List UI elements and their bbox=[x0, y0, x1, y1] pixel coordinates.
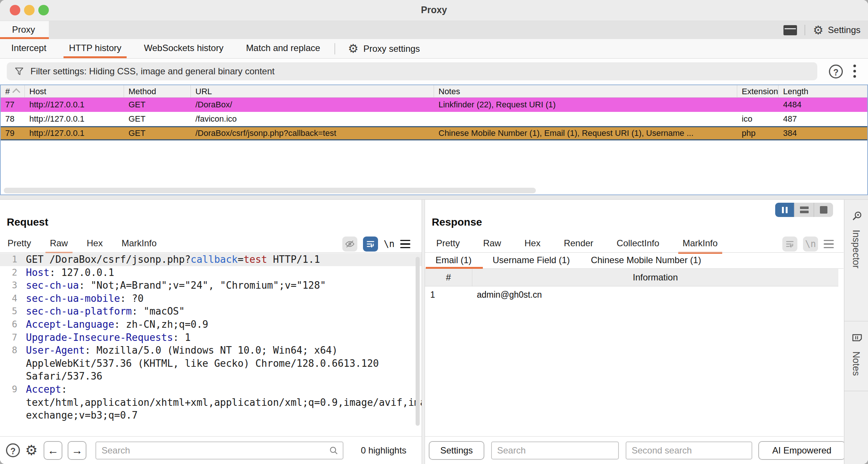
divider bbox=[0, 252, 422, 253]
line-content: sec-ch-ua: "Not;A=Brand";v="24", "Chromi… bbox=[23, 279, 422, 292]
request-line-2: 2Host: 127.0.0.1 bbox=[0, 266, 422, 279]
cell-length: 487 bbox=[779, 112, 867, 126]
request-line-7: 7Upgrade-Insecure-Requests: 1 bbox=[0, 331, 422, 344]
cell-length: 384 bbox=[779, 126, 867, 140]
cell-extension: php bbox=[737, 126, 779, 140]
settings-button[interactable]: ⚙ Settings bbox=[813, 24, 860, 36]
markinfo-subtab-username-field-1[interactable]: Username Field (1) bbox=[493, 253, 570, 268]
proxy-window: Proxy Proxy ⚙ Settings InterceptHTTP his… bbox=[0, 0, 868, 464]
horizontal-scrollbar[interactable] bbox=[4, 188, 536, 193]
column-header-host[interactable]: Host bbox=[25, 85, 124, 97]
column-header-notes[interactable]: Notes bbox=[434, 85, 737, 97]
info-cell: admin@gh0st.cn bbox=[472, 286, 838, 303]
line-number: 9 bbox=[0, 383, 23, 422]
tab-inspector[interactable]: Inspector bbox=[844, 200, 868, 321]
ai-empowered-button[interactable]: AI Empowered bbox=[758, 441, 845, 460]
response-tab-collectinfo[interactable]: CollectInfo bbox=[617, 236, 659, 252]
subtab-intercept[interactable]: Intercept bbox=[0, 39, 57, 58]
column-header-url[interactable]: URL bbox=[191, 85, 434, 97]
word-wrap-icon[interactable] bbox=[782, 237, 797, 252]
column-header-length[interactable]: Length bbox=[779, 85, 867, 97]
settings-label: Settings bbox=[828, 25, 860, 35]
response-tab-render[interactable]: Render bbox=[564, 236, 593, 252]
request-search-input[interactable] bbox=[96, 442, 343, 459]
line-number: 3 bbox=[0, 279, 23, 292]
info-column-information[interactable]: Information bbox=[472, 269, 838, 286]
request-editor[interactable]: 1GET /DoraBox/csrf/jsonp.php?callback=te… bbox=[0, 253, 422, 436]
line-number: 8 bbox=[0, 344, 23, 383]
subtab-match-and-replace[interactable]: Match and replace bbox=[235, 39, 331, 58]
filter-settings-text: Filter settings: Hiding CSS, image and g… bbox=[30, 66, 275, 77]
request-tab-markinfo[interactable]: MarkInfo bbox=[121, 236, 156, 252]
tab-proxy[interactable]: Proxy bbox=[0, 21, 49, 39]
menu-icon[interactable] bbox=[824, 240, 834, 249]
response-tab-hex[interactable]: Hex bbox=[525, 236, 541, 252]
markinfo-subtab-email-1[interactable]: Email (1) bbox=[436, 253, 472, 268]
subtab-http-history[interactable]: HTTP history bbox=[57, 39, 133, 58]
column-header-extension[interactable]: Extension bbox=[737, 85, 779, 97]
request-bottom-bar: ? ⚙ ← → 0 highlights bbox=[0, 436, 422, 464]
markinfo-second-search-input[interactable] bbox=[626, 442, 752, 459]
cell-num: 79 bbox=[1, 126, 25, 140]
markinfo-settings-button[interactable]: Settings bbox=[429, 441, 484, 460]
help-icon[interactable]: ? bbox=[6, 443, 20, 457]
splitter-horizontal[interactable] bbox=[0, 195, 868, 200]
more-options-icon[interactable] bbox=[853, 65, 856, 79]
newline-toggle-icon[interactable]: \n bbox=[384, 239, 395, 249]
column-header-method[interactable]: Method bbox=[124, 85, 191, 97]
proxy-subtab-strip: InterceptHTTP historyWebSockets historyM… bbox=[0, 39, 868, 59]
cell-host: http://127.0.0.1 bbox=[25, 112, 124, 126]
search-next-button[interactable]: → bbox=[68, 441, 86, 460]
markinfo-subtabs: Email (1)Username Field (1)Chinese Mobil… bbox=[425, 253, 844, 269]
request-tab-hex[interactable]: Hex bbox=[87, 236, 103, 252]
info-row[interactable]: 1admin@gh0st.cn bbox=[425, 286, 838, 303]
menu-icon[interactable] bbox=[400, 240, 410, 249]
gear-icon: ⚙ bbox=[813, 24, 823, 36]
tab-notes[interactable]: Notes bbox=[844, 321, 868, 391]
history-row-77[interactable]: 77http://127.0.0.1GET/DoraBox/Linkfinder… bbox=[1, 98, 867, 112]
request-line-5: 5sec-ch-ua-platform: "macOS" bbox=[0, 305, 422, 318]
response-tab-raw[interactable]: Raw bbox=[483, 236, 501, 252]
vertical-scrollbar[interactable] bbox=[416, 257, 420, 426]
splitter-vertical[interactable] bbox=[422, 200, 425, 464]
request-tab-raw[interactable]: Raw bbox=[50, 236, 68, 252]
panel-layout-icon[interactable] bbox=[783, 25, 797, 35]
hide-eye-icon[interactable] bbox=[342, 237, 357, 252]
column-header-[interactable]: # bbox=[1, 85, 25, 97]
info-column-[interactable]: # bbox=[425, 269, 472, 286]
funnel-icon bbox=[14, 66, 24, 76]
cell-url: /DoraBox/csrf/jsonp.php?callback=test bbox=[191, 126, 434, 140]
gear-icon[interactable]: ⚙ bbox=[25, 443, 38, 457]
subtab-websockets-history[interactable]: WebSockets history bbox=[133, 39, 235, 58]
history-row-78[interactable]: 78http://127.0.0.1GET/favicon.icoico487 bbox=[1, 112, 867, 126]
request-title: Request bbox=[7, 216, 48, 228]
sort-asc-icon bbox=[12, 88, 20, 96]
search-prev-button[interactable]: ← bbox=[44, 441, 62, 460]
markinfo-subtab-chinese-mobile-number-1[interactable]: Chinese Mobile Number (1) bbox=[591, 253, 701, 268]
cell-method: GET bbox=[124, 126, 191, 140]
history-table-header: #HostMethodURLNotesExtensionLength bbox=[1, 85, 867, 98]
tab-proxy-settings[interactable]: ⚙ Proxy settings bbox=[338, 39, 430, 58]
newline-toggle-icon[interactable]: \n bbox=[803, 237, 818, 252]
titlebar: Proxy bbox=[0, 0, 868, 21]
single-pane-icon[interactable] bbox=[814, 203, 833, 217]
cell-url: /DoraBox/ bbox=[191, 98, 434, 112]
response-tab-pretty[interactable]: Pretty bbox=[436, 236, 460, 252]
layout-segmented-control bbox=[775, 203, 833, 217]
response-bottom-bar: Settings AI Empowered bbox=[425, 436, 844, 464]
cell-method: GET bbox=[124, 112, 191, 126]
notes-icon bbox=[850, 332, 863, 343]
request-panel: Request PrettyRawHexMarkInfo \n 1GET /Do… bbox=[0, 200, 422, 464]
markinfo-table-header: #Information bbox=[425, 269, 838, 286]
filter-settings-bar[interactable]: Filter settings: Hiding CSS, image and g… bbox=[7, 62, 817, 80]
word-wrap-icon[interactable] bbox=[363, 237, 378, 252]
request-tab-pretty[interactable]: Pretty bbox=[8, 236, 31, 252]
history-row-79[interactable]: 79http://127.0.0.1GET/DoraBox/csrf/jsonp… bbox=[1, 126, 867, 140]
pause-icon[interactable] bbox=[775, 203, 794, 217]
markinfo-search-input[interactable] bbox=[492, 442, 618, 459]
help-icon[interactable]: ? bbox=[829, 65, 843, 78]
line-number: 6 bbox=[0, 318, 23, 331]
split-rows-icon[interactable] bbox=[794, 203, 814, 217]
inspector-icon bbox=[850, 210, 863, 221]
response-tab-markinfo[interactable]: MarkInfo bbox=[683, 236, 718, 252]
